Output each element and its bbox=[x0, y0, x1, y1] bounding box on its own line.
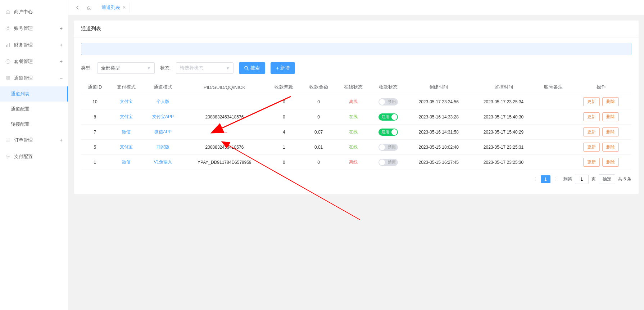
status-placeholder: 请选择状态 bbox=[180, 65, 203, 71]
main-area: 通道列表 ✕ 通道列表 类型: 全部类型 ▼ 状态: bbox=[68, 0, 644, 310]
cell-status: 启用 bbox=[371, 109, 406, 125]
sub-item-4-2[interactable]: 转接配置 bbox=[0, 117, 68, 132]
nav-label: 商户中心 bbox=[14, 9, 63, 15]
cell-id: 7 bbox=[81, 125, 109, 140]
update-button[interactable]: 更新 bbox=[583, 97, 600, 106]
toggle-icon: + bbox=[60, 137, 63, 143]
delete-button[interactable]: 删除 bbox=[602, 158, 619, 167]
cell-created: 2023-05-16 14:31:58 bbox=[406, 125, 471, 140]
search-button[interactable]: 搜索 bbox=[239, 62, 265, 74]
cell-paymode: 微信 bbox=[109, 125, 144, 140]
cell-id: 5 bbox=[81, 140, 109, 155]
update-button[interactable]: 更新 bbox=[583, 112, 600, 121]
delete-button[interactable]: 删除 bbox=[602, 143, 619, 152]
status-switch[interactable]: 启用 bbox=[378, 113, 398, 121]
svg-rect-2 bbox=[6, 45, 7, 47]
page-1[interactable]: 1 bbox=[541, 175, 550, 183]
cell-channelmode: V1免输入 bbox=[144, 155, 182, 170]
table-header: PID/GUID/QQ/NICK bbox=[182, 80, 267, 94]
cell-channelmode: 商家版 bbox=[144, 140, 182, 155]
goto-confirm[interactable]: 确定 bbox=[599, 174, 615, 184]
cell-created: 2023-05-16 14:33:28 bbox=[406, 109, 471, 125]
goto-label: 到第 bbox=[563, 176, 572, 182]
cell-ops: 更新 删除 bbox=[571, 94, 631, 109]
table-row: 10 支付宝 个人版 0 0 离线 禁用 2023-05-17 23:24:56… bbox=[81, 94, 631, 109]
cell-online: 离线 bbox=[336, 94, 371, 109]
filter-bar: 类型: 全部类型 ▼ 状态: 请选择状态 ▼ 搜索 bbox=[81, 62, 631, 74]
cell-ops: 更新 删除 bbox=[571, 109, 631, 125]
delete-button[interactable]: 删除 bbox=[602, 112, 619, 121]
table-row: 7 微信 微信APP ---- 4 0.07 在线 启用 2023-05-16 … bbox=[81, 125, 631, 140]
sidebar-item-0[interactable]: 商户中心 bbox=[0, 4, 68, 20]
cell-pid: YPAY_DD911784D6578959 bbox=[182, 155, 267, 170]
nav-label: 套餐管理 bbox=[14, 58, 60, 65]
cell-online: 在线 bbox=[336, 140, 371, 155]
cell-online: 在线 bbox=[336, 109, 371, 125]
cell-paymode: 支付宝 bbox=[109, 94, 144, 109]
delete-button[interactable]: 删除 bbox=[602, 97, 619, 106]
cell-monitored: 2023-05-17 23:25:31 bbox=[471, 140, 536, 155]
nav-label: 支付配置 bbox=[14, 153, 63, 160]
cell-amount: 0.01 bbox=[301, 140, 336, 155]
add-button[interactable]: + 新增 bbox=[271, 62, 295, 74]
cell-online: 在线 bbox=[336, 125, 371, 140]
cell-status: 禁用 bbox=[371, 94, 406, 109]
cell-paymode: 支付宝 bbox=[109, 109, 144, 125]
svg-rect-4 bbox=[9, 43, 10, 47]
cell-status: 启用 bbox=[371, 125, 406, 140]
status-switch[interactable]: 禁用 bbox=[378, 144, 398, 151]
cell-id: 8 bbox=[81, 109, 109, 125]
cell-ops: 更新 删除 bbox=[571, 140, 631, 155]
cell-status: 禁用 bbox=[371, 140, 406, 155]
status-switch[interactable]: 禁用 bbox=[378, 159, 398, 166]
sub-item-4-0[interactable]: 通道列表 bbox=[0, 86, 68, 102]
chevron-down-icon: ▼ bbox=[226, 66, 230, 70]
cell-status: 禁用 bbox=[371, 155, 406, 170]
tab-channel-list[interactable]: 通道列表 ✕ bbox=[98, 3, 130, 13]
svg-rect-6 bbox=[6, 76, 8, 78]
svg-line-15 bbox=[247, 69, 249, 70]
sidebar-item-4[interactable]: 通道管理− bbox=[0, 70, 68, 86]
update-button[interactable]: 更新 bbox=[583, 127, 600, 136]
cell-count: 0 bbox=[267, 94, 301, 109]
update-button[interactable]: 更新 bbox=[583, 158, 600, 167]
toggle-icon: + bbox=[60, 42, 63, 48]
type-select[interactable]: 全部类型 ▼ bbox=[97, 62, 155, 74]
nav-label: 通道管理 bbox=[14, 75, 60, 81]
sub-item-4-1[interactable]: 通道配置 bbox=[0, 102, 68, 117]
type-value: 全部类型 bbox=[101, 65, 120, 71]
svg-point-0 bbox=[7, 27, 9, 30]
sidebar-item-5[interactable]: 订单管理+ bbox=[0, 132, 68, 148]
sidebar-item-1[interactable]: 账号管理+ bbox=[0, 20, 68, 37]
cell-monitored: 2023-05-17 23:25:30 bbox=[471, 155, 536, 170]
sidebar-item-3[interactable]: 套餐管理+ bbox=[0, 53, 68, 70]
cell-count: 0 bbox=[267, 109, 301, 125]
grid-icon bbox=[5, 76, 10, 81]
svg-rect-3 bbox=[8, 44, 8, 47]
back-button[interactable] bbox=[72, 2, 83, 13]
table-header: 通道模式 bbox=[144, 80, 182, 94]
update-button[interactable]: 更新 bbox=[583, 143, 600, 152]
page-unit: 页 bbox=[591, 176, 596, 182]
home-button[interactable] bbox=[83, 2, 95, 13]
sidebar-item-2[interactable]: 财务管理+ bbox=[0, 37, 68, 53]
table-header: 监控时间 bbox=[471, 80, 536, 94]
delete-button[interactable]: 删除 bbox=[602, 127, 619, 136]
prev-page[interactable]: 〈 bbox=[531, 176, 538, 182]
cell-channelmode: 微信APP bbox=[144, 125, 182, 140]
nav-label: 订单管理 bbox=[14, 137, 60, 143]
cell-created: 2023-05-15 18:02:40 bbox=[406, 140, 471, 155]
nav-label: 账号管理 bbox=[14, 25, 60, 32]
next-page[interactable]: 〉 bbox=[553, 176, 561, 182]
svg-rect-7 bbox=[8, 76, 10, 78]
status-switch[interactable]: 禁用 bbox=[378, 98, 398, 105]
close-icon[interactable]: ✕ bbox=[122, 5, 126, 10]
table-header: 收款金额 bbox=[301, 80, 336, 94]
status-select[interactable]: 请选择状态 ▼ bbox=[176, 62, 233, 74]
page-input[interactable] bbox=[575, 175, 589, 184]
status-switch[interactable]: 启用 bbox=[378, 129, 398, 136]
cell-paymode: 微信 bbox=[109, 155, 144, 170]
svg-rect-9 bbox=[8, 78, 10, 80]
cell-remark bbox=[536, 94, 571, 109]
sidebar-item-6[interactable]: 支付配置 bbox=[0, 148, 68, 165]
